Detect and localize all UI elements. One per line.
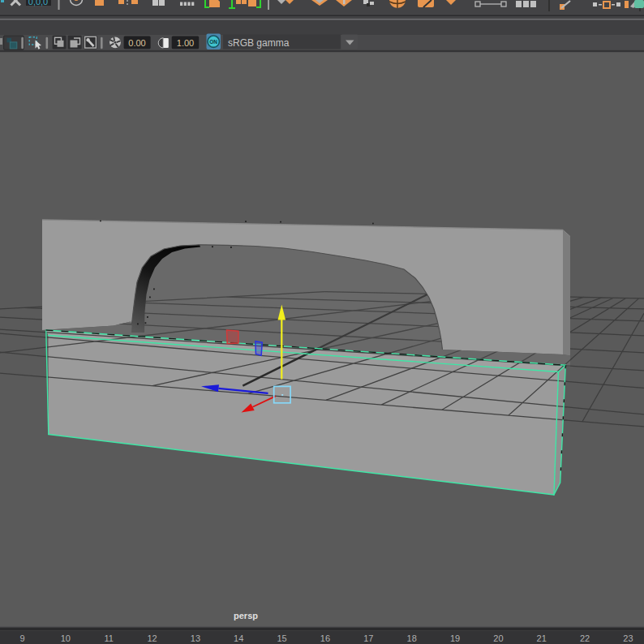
svg-text:19: 19 (450, 633, 460, 643)
svg-text:21: 21 (537, 633, 547, 643)
svg-text:persp: persp (234, 611, 258, 620)
svg-text:10: 10 (61, 633, 71, 643)
svg-text:20: 20 (493, 633, 503, 643)
svg-text:18: 18 (407, 633, 417, 643)
svg-text:ON: ON (209, 39, 217, 45)
svg-text:16: 16 (320, 633, 330, 643)
svg-text:15: 15 (277, 633, 286, 643)
svg-text:9: 9 (19, 633, 24, 643)
svg-text:17: 17 (363, 633, 373, 643)
svg-text:14: 14 (234, 633, 243, 643)
svg-text:11: 11 (104, 633, 113, 643)
svg-text:sRGB gamma: sRGB gamma (228, 37, 290, 49)
svg-text:0.00: 0.00 (128, 38, 145, 48)
svg-text:13: 13 (191, 633, 200, 643)
svg-text:23: 23 (623, 633, 633, 643)
svg-text:12: 12 (147, 633, 157, 643)
svg-text:0,0,0: 0,0,0 (28, 0, 48, 6)
svg-text:1.00: 1.00 (177, 38, 194, 48)
svg-text:22: 22 (580, 633, 590, 643)
